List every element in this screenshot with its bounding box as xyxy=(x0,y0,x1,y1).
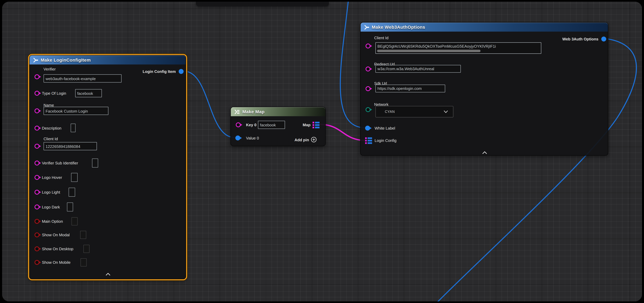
pin-login-config-item-out[interactable] xyxy=(178,69,184,74)
pin-label-verifier-sub-identifier: Verifier Sub Identifier xyxy=(42,161,78,165)
output-pin-label: Login Config Item xyxy=(143,69,176,74)
pin-label-show-on-mobile: Show On Mobile xyxy=(42,260,70,265)
node-header-make-web3authoptions[interactable]: Make Web3AuthOptions xyxy=(361,22,608,32)
pin-client-id[interactable] xyxy=(34,144,40,149)
node-title: Make Map xyxy=(242,109,264,114)
main-option-checkbox[interactable] xyxy=(72,217,78,226)
pin-label-login-config: Login Config xyxy=(374,138,396,143)
show-on-mobile-checkbox[interactable] xyxy=(80,258,86,267)
logo-hover-input[interactable] xyxy=(71,173,78,182)
map-pin-icon xyxy=(312,122,320,128)
collapse-node-button[interactable] xyxy=(106,270,111,278)
pin-white-label[interactable] xyxy=(365,126,370,130)
pin-show-on-mobile[interactable] xyxy=(34,260,40,265)
pin-label-type-of-login: Type Of Login xyxy=(42,91,66,96)
key-0-input[interactable] xyxy=(258,121,285,129)
pin-redirect-url[interactable] xyxy=(366,66,370,72)
pin-logo-dark[interactable] xyxy=(34,204,40,210)
make-map-icon xyxy=(234,109,240,114)
client-id-scrollbar[interactable] xyxy=(377,50,480,52)
pin-label-key-0: Key 0 xyxy=(246,123,256,127)
pin-label-main-option: Main Option xyxy=(42,219,63,224)
pin-logo-hover[interactable] xyxy=(34,175,40,180)
node-title: Make LoginConfigItem xyxy=(40,58,91,62)
pin-map-out[interactable] xyxy=(312,122,320,130)
pin-label-logo-hover: Logo Hover xyxy=(42,175,62,180)
pin-verifier-sub-identifier[interactable] xyxy=(34,160,40,166)
network-dropdown[interactable]: CYAN xyxy=(375,106,454,118)
pin-sdk-url[interactable] xyxy=(366,86,370,91)
chevron-up-icon xyxy=(106,273,111,276)
logo-dark-input[interactable] xyxy=(67,202,73,212)
offscreen-node-bottom-edge[interactable] xyxy=(196,2,329,6)
pin-verifier[interactable] xyxy=(34,74,40,79)
pin-client-id[interactable] xyxy=(366,44,370,48)
pin-name[interactable] xyxy=(34,108,40,113)
name-input[interactable] xyxy=(44,107,108,115)
pin-logo-light[interactable] xyxy=(34,190,40,195)
collapse-node-button[interactable] xyxy=(482,149,487,156)
pin-show-on-modal[interactable] xyxy=(34,232,40,237)
pin-label-logo-light: Logo Light xyxy=(42,190,60,194)
pin-label-client-id: Client Id xyxy=(44,136,58,141)
pin-label-white-label: White Label xyxy=(374,126,395,130)
node-header-make-map[interactable]: Make Map xyxy=(231,107,325,116)
blueprint-graph-canvas[interactable]: Make LoginConfigItem Login Config Item V… xyxy=(2,2,642,301)
pin-label-logo-dark: Logo Dark xyxy=(42,205,60,209)
pin-label-client-id: Client Id xyxy=(374,36,388,40)
chevron-up-icon xyxy=(482,151,487,154)
chevron-down-icon xyxy=(444,110,448,113)
network-selected-value: CYAN xyxy=(385,110,395,114)
pin-label-show-on-desktop: Show On Desktop xyxy=(42,247,73,251)
node-make-loginconfigitem[interactable]: Make LoginConfigItem Login Config Item V… xyxy=(29,55,186,279)
add-pin-icon xyxy=(311,137,317,142)
client-id-text: BEglQSgt4cUWcj6SKRdu5QkOXTsePmMcusG5EAoy… xyxy=(378,44,540,48)
make-struct-icon xyxy=(33,57,38,63)
node-title: Make Web3AuthOptions xyxy=(372,25,425,30)
add-pin-button[interactable]: Add pin xyxy=(294,137,317,142)
show-on-desktop-checkbox[interactable] xyxy=(84,245,90,253)
description-input[interactable] xyxy=(71,124,76,132)
blueprint-editor: Make LoginConfigItem Login Config Item V… xyxy=(0,0,644,303)
pin-login-config[interactable] xyxy=(365,137,372,146)
sdk-url-input[interactable] xyxy=(375,84,445,92)
pin-key-0[interactable] xyxy=(236,122,241,127)
node-make-web3authoptions[interactable]: Make Web3AuthOptions Web 3Auth Options C… xyxy=(360,22,608,156)
pin-label-value-0: Value 0 xyxy=(246,136,259,140)
pin-web3auth-options-out[interactable] xyxy=(601,36,606,42)
add-pin-label: Add pin xyxy=(294,137,309,142)
pin-label-map-out: Map xyxy=(303,123,310,127)
show-on-modal-checkbox[interactable] xyxy=(80,231,86,239)
pin-main-option[interactable] xyxy=(34,219,40,224)
logo-light-input[interactable] xyxy=(68,188,75,197)
make-struct-icon xyxy=(364,24,369,30)
pin-show-on-desktop[interactable] xyxy=(34,246,40,251)
node-make-map[interactable]: Make Map Key 0 Map Value 0 Add pin xyxy=(230,107,326,146)
output-pin-label: Web 3Auth Options xyxy=(562,37,598,41)
node-header-make-loginconfigitem[interactable]: Make LoginConfigItem xyxy=(30,56,186,64)
pin-label-show-on-modal: Show On Modal xyxy=(42,233,70,237)
client-id-input[interactable] xyxy=(44,142,97,150)
window-frame: Make LoginConfigItem Login Config Item V… xyxy=(0,0,644,303)
pin-value-0[interactable] xyxy=(236,136,240,140)
map-pin-icon xyxy=(365,137,372,144)
client-id-input[interactable]: BEglQSgt4cUWcj6SKRdu5QkOXTsePmMcusG5EAoy… xyxy=(375,42,541,54)
pin-network[interactable] xyxy=(366,107,370,112)
redirect-url-input[interactable] xyxy=(375,65,461,73)
pin-type-of-login[interactable] xyxy=(34,91,40,96)
pin-label-verifier: Verifier xyxy=(44,67,56,71)
pin-label-description: Description xyxy=(42,126,62,130)
wire-loginconfigitem-to-value0[interactable] xyxy=(183,71,235,138)
pin-description[interactable] xyxy=(34,126,40,130)
type-of-login-input[interactable] xyxy=(75,89,102,98)
verifier-sub-identifier-input[interactable] xyxy=(92,158,98,168)
verifier-input[interactable] xyxy=(44,74,122,83)
